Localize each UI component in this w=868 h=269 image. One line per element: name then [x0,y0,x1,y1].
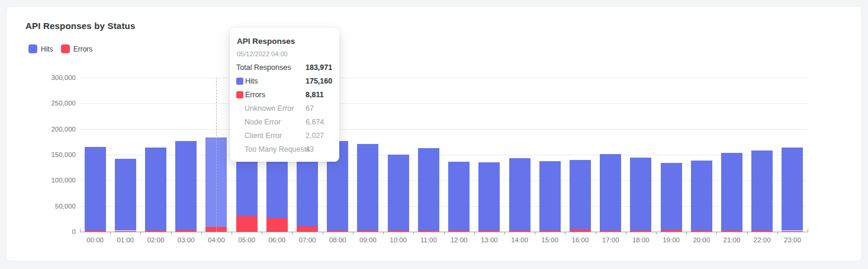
y-axis-label: 100,000 [33,177,76,184]
bar-hits-09:00[interactable] [357,144,378,230]
bar-hits-15:00[interactable] [539,161,561,230]
tooltip-row-too-many-requests: Too Many Requests43 [236,142,332,156]
hover-crosshair-line [216,78,217,232]
gridline-300,000 [80,78,808,78]
tooltip-row-node-error: Node Error6,674 [236,115,332,129]
y-axis-label: 250,000 [33,100,76,107]
x-axis-tick [535,232,535,235]
x-axis-tick [716,232,717,235]
x-axis-tick [201,232,202,235]
bar-hits-21:00[interactable] [721,153,742,230]
x-axis-tick [777,232,778,235]
bar-errors-05:00[interactable] [236,216,258,232]
bar-hits-02:00[interactable] [145,148,166,230]
bar-hits-23:00[interactable] [782,148,803,230]
bar-hits-11:00[interactable] [418,148,439,230]
tooltip-row-total-responses: Total Responses183,971 [236,60,332,74]
tooltip-row-errors: Errors8,811 [236,88,332,101]
chart-title: API Responses by Status [25,21,136,31]
legend-label: Errors [73,45,93,53]
bar-hits-00:00[interactable] [85,147,106,230]
x-axis-tick [323,232,323,235]
bar-hits-03:00[interactable] [175,141,197,230]
chart-legend: HitsErrors [28,44,100,53]
bar-hits-01:00[interactable] [115,159,136,231]
bar-hits-18:00[interactable] [630,158,651,230]
x-axis-label-23:00: 23:00 [774,236,810,244]
gridline-200,000 [80,129,808,130]
tooltip-row-client-error: Client Error2,027 [236,129,332,142]
legend-label: Hits [41,45,53,53]
tooltip-swatch-icon [236,78,243,85]
legend-swatch-icon [61,44,70,53]
tooltip-timestamp: 05/12/2022 04:00 [237,50,332,57]
chart-tooltip: API Responses 05/12/2022 04:00 Total Res… [230,28,339,162]
tooltip-row-label-text: Unknown Error [245,104,294,113]
tooltip-row-label: Node Error [236,118,281,126]
bar-hits-10:00[interactable] [388,155,409,230]
x-axis-tick [444,232,445,235]
x-axis-tick [686,232,687,235]
tooltip-row-label: Too Many Requests [236,145,310,153]
y-axis-label: 200,000 [33,126,76,133]
legend-swatch-icon [28,44,37,53]
tooltip-row-value: 43 [306,145,314,153]
tooltip-rows: Total Responses183,971Hits175,160Errors8… [236,60,332,156]
x-axis-tick [383,232,384,235]
x-axis-end-cap [808,229,808,232]
y-axis-label: 150,000 [33,151,76,158]
x-axis-tick [626,232,626,235]
bar-hits-20:00[interactable] [691,161,712,230]
bar-hits-19:00[interactable] [661,163,682,230]
legend-item-hits[interactable]: Hits [28,44,53,53]
tooltip-row-value: 175,160 [306,77,332,85]
tooltip-row-value: 6,674 [306,118,324,126]
tooltip-row-label-text: Client Error [245,132,282,140]
x-axis-tick [110,232,111,235]
tooltip-row-label: Client Error [236,132,282,140]
bar-hits-12:00[interactable] [448,162,470,230]
tooltip-row-unknown-error: Unknown Error67 [236,101,332,115]
x-axis-tick [171,232,172,235]
tooltip-row-value: 183,971 [306,63,332,72]
x-axis-tick [262,232,262,235]
tooltip-row-label-text: Total Responses [236,63,291,72]
tooltip-swatch-icon [236,91,243,98]
bar-hits-16:00[interactable] [570,160,591,230]
x-axis-tick [504,232,505,235]
y-axis-label: 50,000 [33,203,76,210]
tooltip-row-label-text: Too Many Requests [245,145,310,153]
bar-errors-07:00[interactable] [297,226,318,232]
tooltip-row-label: Unknown Error [236,104,294,113]
tooltip-row-label: Hits [236,77,258,85]
gridline-250,000 [80,103,808,104]
x-axis-tick [353,232,353,235]
x-axis-tick [140,232,141,235]
x-axis-tick [656,232,657,235]
tooltip-row-value: 2,027 [306,132,324,140]
tooltip-row-label: Errors [236,91,265,99]
bar-hits-13:00[interactable] [478,162,500,230]
bar-hits-22:00[interactable] [751,150,773,230]
tooltip-title: API Responses [237,37,332,46]
x-axis-tick [747,232,748,235]
x-axis-tick [292,232,292,235]
y-axis-label: 0 [33,228,76,235]
x-axis-tick [232,232,232,235]
tooltip-row-hits: Hits175,160 [236,74,332,88]
x-axis-tick [474,232,475,235]
tooltip-row-label-text: Errors [245,91,265,99]
tooltip-row-label: Total Responses [236,63,291,72]
y-axis-label: 300,000 [33,74,76,81]
legend-item-errors[interactable]: Errors [61,44,93,53]
x-axis-tick [596,232,596,235]
tooltip-row-value: 67 [306,104,314,113]
tooltip-row-value: 8,811 [306,91,324,99]
bar-hits-17:00[interactable] [600,154,621,230]
bar-hits-14:00[interactable] [509,158,531,230]
tooltip-row-label-text: Node Error [245,118,281,126]
x-axis-tick [565,232,565,235]
x-axis-tick [413,232,414,235]
tooltip-row-label-text: Hits [245,77,258,85]
bar-errors-06:00[interactable] [266,218,288,232]
